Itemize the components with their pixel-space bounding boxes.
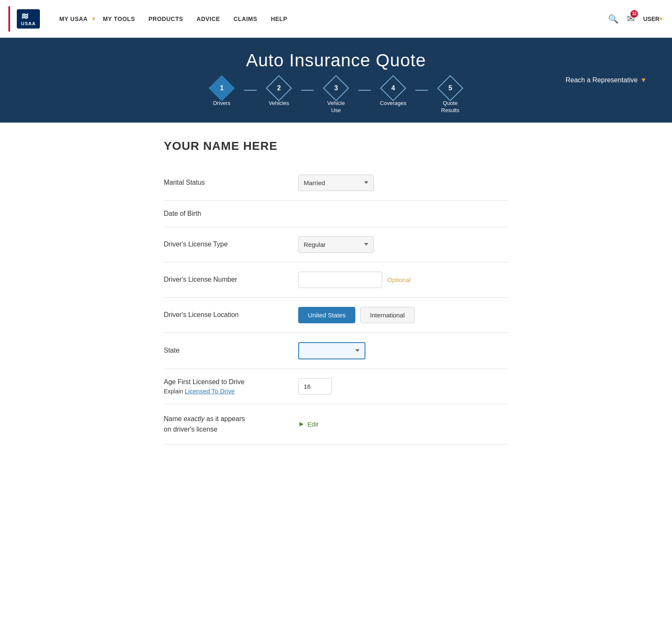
- reach-rep-label: Reach a Representative: [566, 76, 638, 84]
- license-number-row: Driver's License Number Optional: [164, 262, 508, 298]
- step-4-number: 4: [391, 84, 395, 92]
- step-5-diamond: 5: [437, 75, 463, 101]
- mail-button[interactable]: ✉ 32: [627, 13, 635, 24]
- dob-row: Date of Birth: [164, 201, 508, 227]
- state-row: State AL AK AZ AR CA CO CT DE FL GA TX V…: [164, 333, 508, 369]
- nav-link-products[interactable]: PRODUCTS: [142, 16, 190, 22]
- age-licensed-control: [298, 378, 508, 395]
- steps-progress: 1 Drivers 2 Vehicles 3 VehicleUse 4 Cove…: [8, 79, 664, 114]
- step-1-diamond: 1: [209, 75, 235, 101]
- license-type-select[interactable]: Regular Commercial Temporary: [298, 236, 374, 253]
- state-control: AL AK AZ AR CA CO CT DE FL GA TX VA WA: [298, 342, 508, 359]
- licensed-to-drive-link[interactable]: Licensed To Drive: [185, 387, 235, 395]
- step-4-diamond: 4: [380, 75, 406, 101]
- edit-link[interactable]: ► Edit: [298, 420, 318, 428]
- nav-logo[interactable]: ≋ USAA: [17, 9, 40, 29]
- user-label: USER: [643, 16, 659, 22]
- name-label-part1: Name: [164, 415, 184, 422]
- hero-banner: Auto Insurance Quote Reach a Representat…: [0, 38, 672, 123]
- state-label: State: [164, 347, 298, 354]
- marital-status-row: Marital Status Married Single Divorced W…: [164, 165, 508, 201]
- license-type-row: Driver's License Type Regular Commercial…: [164, 227, 508, 262]
- red-bar-decoration: [8, 6, 10, 31]
- mail-badge: 32: [630, 10, 638, 18]
- license-type-label: Driver's License Type: [164, 241, 298, 248]
- step-3-number: 3: [334, 84, 338, 92]
- step-5-number: 5: [449, 84, 452, 92]
- nav-links: MY USAA ▼ MY TOOLS PRODUCTS ADVICE CLAIM…: [52, 16, 608, 22]
- logo-waves: ≋: [21, 12, 36, 21]
- nav-link-claims[interactable]: CLAIMS: [227, 16, 264, 22]
- step-2-vehicles[interactable]: 2 Vehicles: [260, 79, 298, 114]
- name-label-part3: on driver's license: [164, 426, 218, 433]
- name-label-part2: as it appears: [205, 415, 245, 422]
- nav-bar: ≋ USAA MY USAA ▼ MY TOOLS PRODUCTS ADVIC…: [0, 0, 672, 38]
- search-icon[interactable]: 🔍: [608, 14, 619, 24]
- step-connector-2-3: [301, 90, 314, 91]
- step-connector-3-4: [358, 90, 371, 91]
- edit-label: Edit: [307, 421, 318, 428]
- age-licensed-row: Age First Licensed to Drive Explain Lice…: [164, 369, 508, 404]
- marital-status-control: Married Single Divorced Widowed: [298, 175, 508, 191]
- explain-prefix: Explain: [164, 388, 183, 395]
- nav-link-help[interactable]: HELP: [264, 16, 294, 22]
- step-connector-4-5: [415, 90, 428, 91]
- reach-representative-button[interactable]: Reach a Representative ▼: [566, 76, 647, 84]
- marital-status-label: Marital Status: [164, 179, 298, 186]
- logo-text: USAA: [21, 21, 36, 26]
- section-title: YOUR NAME HERE: [164, 139, 508, 153]
- dob-label: Date of Birth: [164, 210, 298, 217]
- step-5-label: QuoteResults: [441, 100, 459, 114]
- step-connector-1-2: [244, 90, 257, 91]
- nav-link-mytools[interactable]: MY TOOLS: [96, 16, 142, 22]
- name-on-license-row: Name exactly as it appears on driver's l…: [164, 404, 508, 445]
- user-arrow-icon: ▼: [659, 16, 664, 22]
- step-4-coverages[interactable]: 4 Coverages: [374, 79, 412, 114]
- user-menu[interactable]: USER ▼: [643, 16, 664, 22]
- state-select[interactable]: AL AK AZ AR CA CO CT DE FL GA TX VA WA: [298, 342, 365, 359]
- reach-rep-arrow-icon: ▼: [640, 76, 647, 84]
- step-1-drivers[interactable]: 1 Drivers: [203, 79, 241, 114]
- page-title: Auto Insurance Quote: [8, 50, 664, 71]
- license-number-label: Driver's License Number: [164, 276, 298, 283]
- step-2-number: 2: [277, 84, 281, 92]
- nav-link-advice[interactable]: ADVICE: [190, 16, 227, 22]
- step-3-vehicle-use[interactable]: 3 VehicleUse: [317, 79, 355, 114]
- license-location-row: Driver's License Location United States …: [164, 298, 508, 333]
- step-1-number: 1: [220, 84, 224, 92]
- marital-status-select[interactable]: Married Single Divorced Widowed: [298, 175, 374, 191]
- optional-badge: Optional: [387, 276, 411, 283]
- step-3-diamond: 3: [323, 75, 349, 101]
- license-number-control: Optional: [298, 272, 508, 288]
- license-number-input[interactable]: [298, 272, 382, 288]
- license-type-control: Regular Commercial Temporary: [298, 236, 508, 253]
- name-on-license-label: Name exactly as it appears on driver's l…: [164, 414, 298, 435]
- step-2-diamond: 2: [266, 75, 292, 101]
- name-label-italic: exactly: [184, 415, 205, 422]
- step-3-label: VehicleUse: [327, 100, 345, 114]
- license-location-label: Driver's License Location: [164, 311, 298, 319]
- nav-right: 🔍 ✉ 32 USER ▼: [608, 13, 664, 24]
- nav-link-myusaa[interactable]: MY USAA: [52, 16, 94, 22]
- edit-arrow-icon: ►: [298, 420, 305, 428]
- age-licensed-input[interactable]: [298, 378, 332, 395]
- step-5-quote-results[interactable]: 5 QuoteResults: [431, 79, 469, 114]
- name-on-license-control: ► Edit: [298, 420, 508, 428]
- united-states-button[interactable]: United States: [298, 307, 355, 323]
- age-licensed-label: Age First Licensed to Drive Explain Lice…: [164, 378, 298, 395]
- main-form: YOUR NAME HERE Marital Status Married Si…: [147, 139, 525, 445]
- international-button[interactable]: International: [360, 307, 415, 323]
- license-location-control: United States International: [298, 307, 508, 323]
- nav-arrow-myusaa[interactable]: ▼: [91, 16, 96, 22]
